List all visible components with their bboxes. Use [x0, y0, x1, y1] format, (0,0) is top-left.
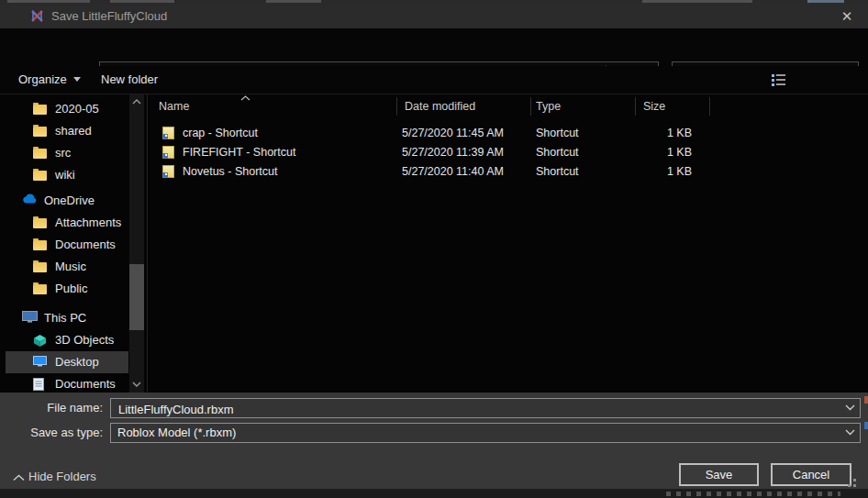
folder-icon — [33, 127, 47, 137]
file-row-novetus[interactable]: Novetus - Shortcut 5/27/2020 11:40 AM Sh… — [148, 162, 868, 182]
computer-monitor-icon — [22, 311, 38, 323]
column-divider[interactable] — [396, 97, 397, 116]
document-page-icon — [33, 378, 44, 391]
shortcut-file-icon — [162, 165, 174, 178]
shortcut-file-icon — [162, 127, 174, 139]
desktop-monitor-icon — [33, 356, 47, 367]
chevron-down-icon[interactable] — [845, 404, 855, 411]
save-dialog: Save LittleFluffyCloud ✕ ← → ↑ This PC D… — [0, 0, 868, 498]
underlying-window-sliver — [864, 422, 868, 429]
folder-icon — [33, 284, 47, 294]
column-header-size[interactable]: Size — [643, 94, 665, 118]
file-row-crap[interactable]: crap - Shortcut 5/27/2020 11:45 AM Short… — [148, 124, 868, 143]
column-header-date[interactable]: Date modified — [405, 94, 475, 118]
save-button[interactable]: Save — [679, 463, 759, 486]
command-toolbar: Organize New folder ? — [0, 66, 868, 94]
scroll-down-icon[interactable] — [132, 381, 141, 388]
file-list: Name Date modified Type Size crap - Shor… — [148, 94, 868, 393]
navigation-bar: ← → ↑ This PC Desktop ↻ — [0, 28, 868, 66]
sidebar-item-shared[interactable]: shared — [0, 120, 128, 142]
folder-icon — [33, 218, 47, 228]
sidebar-item-attachments[interactable]: Attachments — [0, 212, 128, 234]
title-bar: Save LittleFluffyCloud ✕ — [0, 4, 868, 28]
file-row-firefight[interactable]: FIREFIGHT - Shortcut 5/27/2020 11:39 AM … — [148, 143, 868, 162]
hide-folders-button[interactable]: Hide Folders — [28, 470, 96, 483]
column-divider[interactable] — [530, 97, 531, 116]
column-header-name[interactable]: Name — [159, 94, 189, 118]
details-view-icon[interactable] — [772, 74, 786, 86]
onedrive-cloud-icon — [22, 194, 39, 205]
main-area: 2020-05 shared src wiki OneDrive Attachm… — [0, 94, 868, 393]
folder-icon — [33, 105, 47, 115]
new-folder-button[interactable]: New folder — [101, 66, 158, 94]
folder-icon — [33, 171, 47, 181]
scroll-up-icon[interactable] — [132, 98, 141, 105]
file-name-combobox[interactable] — [110, 398, 861, 418]
cancel-button[interactable]: Cancel — [771, 463, 851, 486]
folder-icon — [33, 262, 47, 272]
sidebar-item-onedrive[interactable]: OneDrive — [0, 190, 128, 212]
sidebar-item-2020-05[interactable]: 2020-05 — [0, 98, 128, 120]
sidebar-item-music[interactable]: Music — [0, 256, 128, 278]
sidebar-scrollbar[interactable] — [129, 94, 144, 393]
file-name-input[interactable] — [117, 400, 827, 418]
underlying-window-sliver — [0, 489, 868, 498]
3d-cube-icon — [33, 334, 47, 348]
novetus-app-icon — [29, 8, 45, 24]
folder-icon — [33, 149, 47, 159]
window-title: Save LittleFluffyCloud — [51, 9, 167, 23]
sidebar-item-desktop[interactable]: Desktop — [6, 351, 128, 373]
file-name-label: File name: — [0, 401, 103, 415]
scrollbar-thumb[interactable] — [129, 264, 144, 330]
sidebar-item-src[interactable]: src — [0, 142, 128, 164]
column-divider[interactable] — [709, 97, 710, 116]
sidebar-item-this-pc[interactable]: This PC — [0, 307, 128, 329]
sort-ascending-icon — [240, 95, 250, 101]
folder-icon — [33, 240, 47, 250]
chevron-down-icon[interactable] — [845, 429, 855, 436]
sidebar-item-documents[interactable]: Documents — [0, 234, 128, 256]
organize-button[interactable]: Organize — [18, 66, 81, 94]
sidebar-item-public[interactable]: Public — [0, 278, 128, 300]
column-divider[interactable] — [635, 97, 636, 116]
shortcut-file-icon — [162, 146, 174, 159]
footer-panel: File name: Save as type: Roblox Model (*… — [0, 393, 868, 489]
column-header-type[interactable]: Type — [536, 94, 561, 118]
save-as-type-label: Save as type: — [0, 426, 103, 439]
sidebar-item-wiki[interactable]: wiki — [0, 164, 128, 186]
close-icon[interactable]: ✕ — [831, 6, 862, 27]
chevron-down-icon — [73, 77, 81, 82]
underlying-window-sliver — [864, 396, 868, 404]
chevron-up-icon — [13, 474, 25, 481]
sidebar-item-3d-objects[interactable]: 3D Objects — [0, 329, 128, 351]
save-as-type-select[interactable]: Roblox Model (*.rbxm) — [110, 423, 861, 443]
